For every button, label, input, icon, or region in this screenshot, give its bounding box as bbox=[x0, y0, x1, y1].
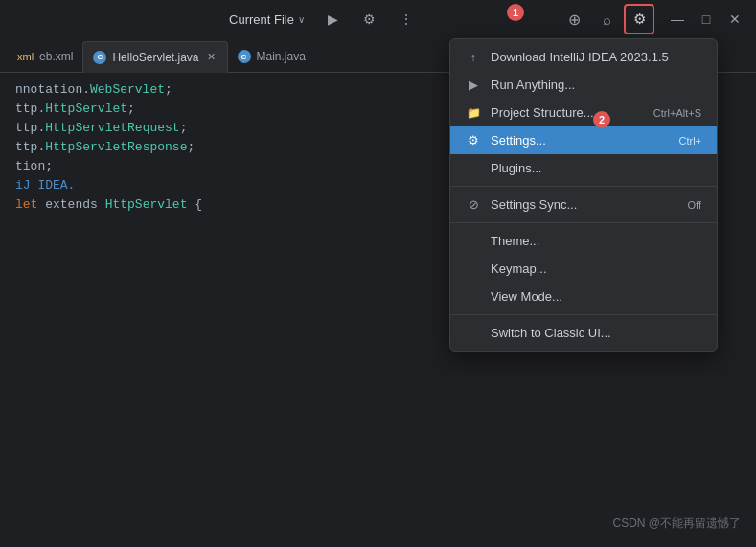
menu-label-keymap: Keymap... bbox=[491, 262, 547, 276]
settings-shortcut: Ctrl+ bbox=[678, 135, 701, 147]
menu-item-keymap[interactable]: Keymap... bbox=[450, 255, 717, 283]
debug-button[interactable]: ⚙ bbox=[355, 4, 385, 34]
menu-separator-1 bbox=[450, 186, 717, 187]
menu-item-view-mode[interactable]: View Mode... bbox=[450, 283, 717, 310]
search-button[interactable]: ⌕ bbox=[591, 4, 622, 34]
tab-label-helloservlet: HelloServlet.java bbox=[112, 51, 198, 64]
settings-dropdown-menu: ↑ Download IntelliJ IDEA 2023.1.5 ▶ Run … bbox=[449, 38, 718, 352]
menu-item-download[interactable]: ↑ Download IntelliJ IDEA 2023.1.5 bbox=[450, 43, 717, 71]
minimize-button[interactable]: — bbox=[664, 6, 691, 33]
menu-item-plugins[interactable]: Plugins... bbox=[450, 154, 717, 182]
menu-label-settings: Settings... bbox=[491, 133, 546, 148]
menu-item-switch-classic[interactable]: Switch to Classic UI... bbox=[450, 319, 717, 347]
menu-item-settings-sync[interactable]: ⊘ Settings Sync... Off bbox=[450, 191, 717, 218]
tab-helloservlet[interactable]: C HelloServlet.java ✕ bbox=[82, 41, 227, 72]
badge-2: 2 bbox=[593, 111, 610, 128]
watermark: CSDN @不能再留遗憾了 bbox=[612, 515, 741, 532]
title-bar-center: Current File ∨ ▶ ⚙ ⋮ bbox=[84, 4, 559, 34]
gear-button[interactable]: ⚙ bbox=[624, 4, 654, 34]
menu-label-project-structure: Project Structure... bbox=[491, 105, 594, 120]
menu-item-run-anything[interactable]: ▶ Run Anything... bbox=[450, 71, 717, 99]
menu-label-theme: Theme... bbox=[491, 234, 539, 248]
title-bar: Current File ∨ ▶ ⚙ ⋮ ⊕ ⌕ ⚙ — □ ✕ bbox=[0, 0, 756, 38]
project-structure-icon: 📁 bbox=[466, 106, 481, 120]
tab-main[interactable]: C Main.java bbox=[228, 41, 315, 72]
menu-label-run-anything: Run Anything... bbox=[491, 78, 575, 92]
close-button[interactable]: ✕ bbox=[722, 6, 748, 33]
tab-label-main: Main.java bbox=[257, 50, 306, 63]
title-bar-actions: ⊕ ⌕ ⚙ — □ ✕ bbox=[559, 4, 748, 34]
menu-label-download: Download IntelliJ IDEA 2023.1.5 bbox=[491, 50, 669, 64]
settings-sync-status: Off bbox=[688, 199, 701, 211]
tab-icon-xml: xml bbox=[17, 51, 34, 62]
run-icon: ▶ bbox=[466, 78, 481, 92]
tab-webxml[interactable]: xml eb.xml bbox=[8, 41, 82, 72]
download-icon: ↑ bbox=[466, 50, 481, 64]
menu-separator-3 bbox=[450, 314, 717, 315]
menu-label-plugins: Plugins... bbox=[491, 161, 541, 175]
menu-label-settings-sync: Settings Sync... bbox=[491, 197, 577, 212]
menu-label-switch-classic: Switch to Classic UI... bbox=[491, 326, 611, 340]
chevron-down-icon: ∨ bbox=[298, 14, 305, 25]
menu-item-project-structure[interactable]: 📁 Project Structure... Ctrl+Alt+S bbox=[450, 99, 717, 126]
tab-icon-main: C bbox=[238, 50, 251, 63]
settings-sync-icon: ⊘ bbox=[466, 197, 481, 212]
menu-item-settings[interactable]: ⚙ Settings... Ctrl+ bbox=[450, 126, 717, 154]
run-button[interactable]: ▶ bbox=[318, 4, 349, 34]
settings-icon: ⚙ bbox=[466, 133, 481, 148]
more-button[interactable]: ⋮ bbox=[391, 4, 422, 34]
menu-item-theme[interactable]: Theme... bbox=[450, 227, 717, 255]
add-user-button[interactable]: ⊕ bbox=[559, 4, 589, 34]
maximize-button[interactable]: □ bbox=[693, 6, 720, 33]
badge-1: 1 bbox=[507, 4, 524, 21]
tab-label-webxml: eb.xml bbox=[39, 50, 73, 63]
project-structure-shortcut: Ctrl+Alt+S bbox=[653, 107, 701, 119]
menu-separator-2 bbox=[450, 222, 717, 223]
current-file-label: Current File bbox=[229, 12, 294, 27]
tab-close-helloservlet[interactable]: ✕ bbox=[205, 50, 218, 64]
menu-label-view-mode: View Mode... bbox=[491, 289, 562, 304]
tab-icon-helloservlet: C bbox=[93, 51, 106, 64]
current-file-button[interactable]: Current File ∨ bbox=[221, 9, 312, 31]
window-controls: — □ ✕ bbox=[664, 6, 748, 33]
